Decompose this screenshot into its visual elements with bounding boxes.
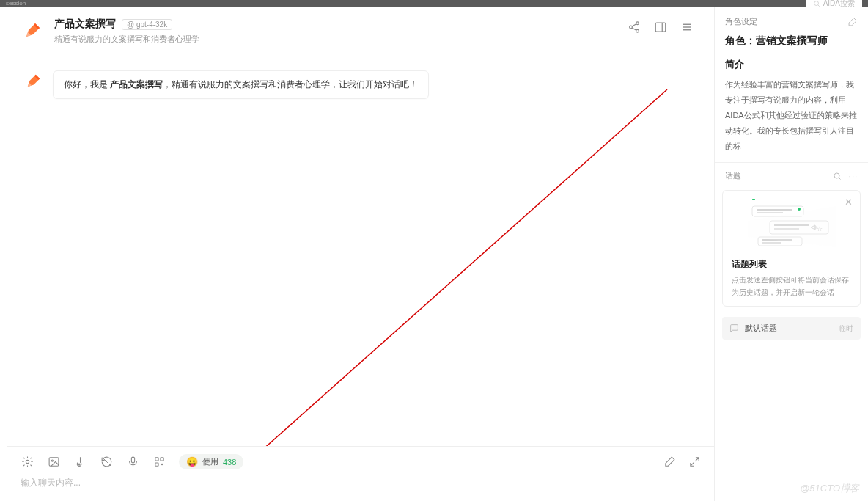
svg-point-15 [51, 460, 53, 461]
edit-icon[interactable] [848, 17, 858, 26]
svg-line-6 [632, 28, 636, 30]
token-count: 438 [223, 458, 236, 467]
svg-point-0 [814, 1, 818, 5]
intro-heading: 简介 [725, 58, 858, 71]
session-id-fragment: session [6, 0, 26, 7]
share-icon[interactable] [628, 21, 641, 34]
model-tag[interactable]: @ gpt-4-32k [122, 19, 172, 30]
svg-point-21 [161, 464, 162, 464]
token-usage-badge[interactable]: 😛 使用 438 [179, 454, 243, 469]
role-title: 角色：营销文案撰写师 [725, 34, 858, 48]
svg-rect-19 [160, 458, 163, 461]
svg-point-22 [834, 173, 839, 178]
page-subtitle: 精通有说服力的文案撰写和消费者心理学 [54, 34, 617, 45]
panel-toggle-icon[interactable] [654, 21, 667, 34]
more-topics-icon[interactable]: ··· [849, 172, 858, 180]
close-icon[interactable]: ✕ [845, 197, 853, 208]
mic-icon[interactable] [126, 456, 139, 469]
pencil-icon [23, 70, 44, 91]
smiley-icon: 😛 [186, 456, 198, 467]
apps-icon[interactable] [152, 456, 166, 469]
greeting-bubble: 你好，我是 产品文案撰写，精通有说服力的文案撰写和消费者心理学，让我们开始对话吧… [53, 70, 429, 99]
role-section-label: 角色设定 [725, 16, 757, 27]
default-topic-item[interactable]: 默认话题 临时 [722, 317, 861, 340]
svg-rect-14 [49, 458, 59, 466]
assistant-avatar [22, 19, 44, 41]
svg-rect-18 [155, 458, 158, 461]
topic-card-desc: 点击发送左侧按钮可将当前会话保存为历史话题，并开启新一轮会话 [723, 274, 860, 299]
svg-point-13 [26, 460, 29, 463]
svg-point-27 [798, 208, 801, 211]
default-topic-name: 默认话题 [745, 323, 777, 334]
svg-point-4 [636, 29, 639, 32]
svg-line-5 [632, 24, 636, 26]
svg-rect-7 [655, 23, 666, 32]
history-icon[interactable] [100, 456, 113, 469]
chat-input[interactable]: 输入聊天内容... [7, 469, 714, 501]
chat-icon [729, 323, 739, 333]
image-icon[interactable] [47, 456, 60, 469]
settings-icon[interactable] [21, 456, 34, 469]
svg-rect-17 [131, 457, 134, 463]
svg-line-23 [839, 178, 840, 179]
svg-point-2 [636, 22, 639, 25]
topic-list-card: ✕ ☆ [722, 190, 861, 307]
topic-card-title: 话题列表 [723, 254, 860, 274]
svg-point-3 [630, 26, 633, 29]
default-topic-tag: 临时 [839, 323, 853, 334]
topics-label: 话题 [725, 170, 741, 181]
assistant-message: 你好，我是 产品文案撰写，精通有说服力的文案撰写和消费者心理学，让我们开始对话吧… [23, 70, 698, 99]
topic-illustration: ☆ [723, 195, 860, 254]
token-label: 使用 [202, 456, 218, 467]
intro-body: 作为经验丰富的营销文案撰写师，我专注于撰写有说服力的内容，利用AIDA公式和其他… [725, 77, 858, 153]
svg-rect-20 [155, 463, 158, 466]
eraser-icon[interactable] [663, 456, 676, 469]
svg-point-35 [752, 199, 755, 200]
annotation-arrow [227, 75, 682, 446]
left-rail [0, 7, 7, 501]
svg-point-16 [78, 464, 80, 465]
thermometer-icon[interactable] [73, 456, 87, 469]
search-topics-icon[interactable] [833, 172, 842, 180]
expand-icon[interactable] [688, 456, 701, 469]
page-title: 产品文案撰写 [54, 18, 116, 31]
svg-line-12 [235, 89, 667, 446]
menu-icon[interactable] [680, 21, 694, 34]
svg-line-1 [818, 4, 820, 6]
